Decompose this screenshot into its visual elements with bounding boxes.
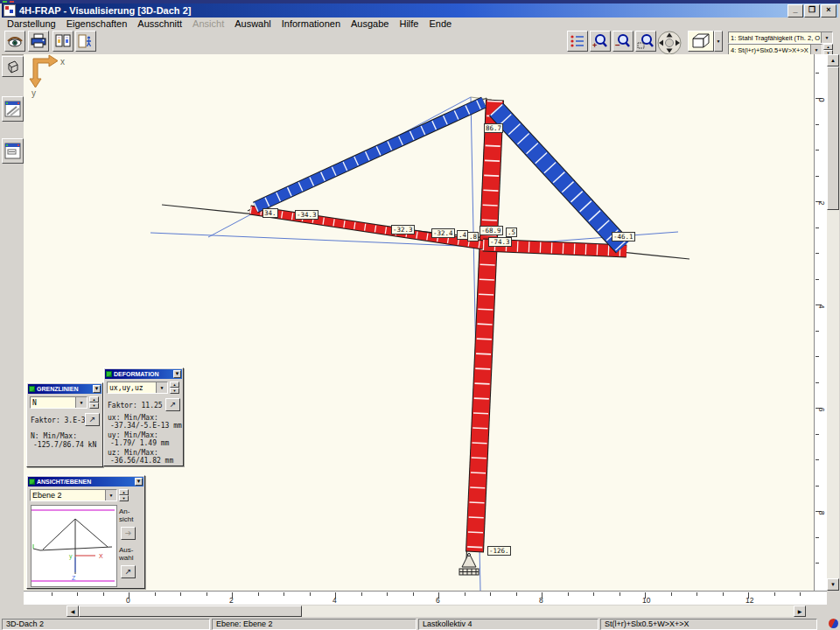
zoom-window-button[interactable] bbox=[635, 31, 656, 52]
menu-item-eigenschaften[interactable]: Eigenschaften bbox=[61, 18, 133, 29]
grenzlinien-spinner[interactable]: ▲ ▼ bbox=[89, 396, 99, 409]
menu-item-ende[interactable]: Ende bbox=[424, 18, 457, 29]
chevron-down-icon[interactable]: ▼ bbox=[105, 490, 116, 500]
spin-up-icon[interactable]: ▲ bbox=[89, 396, 99, 402]
vertical-scroll-thumb[interactable] bbox=[827, 66, 839, 210]
ebene-spinner[interactable]: ▲ ▼ bbox=[119, 489, 129, 501]
chevron-down-icon[interactable]: ▼ bbox=[156, 382, 167, 393]
pan-button[interactable] bbox=[656, 31, 683, 55]
ansicht-ebenen-panel[interactable]: ANSICHT/EBENEN ▼ Ebene 2 ▼ ▲ ▼ X y Z bbox=[26, 475, 145, 589]
zoom-out-button[interactable]: − bbox=[612, 31, 634, 52]
spin-down-icon[interactable]: ▼ bbox=[170, 388, 179, 394]
perspective-button[interactable] bbox=[2, 56, 24, 77]
deformation-title: DEFORMATION bbox=[114, 371, 159, 377]
eye-icon bbox=[6, 33, 24, 49]
ruler-number: 4 bbox=[817, 304, 826, 309]
scroll-right-icon[interactable]: ▶ bbox=[794, 606, 806, 617]
scroll-down-icon[interactable]: ▼ bbox=[827, 578, 839, 591]
print-button[interactable] bbox=[28, 31, 49, 52]
view-cube-dropdown[interactable]: ▼ bbox=[714, 31, 723, 52]
close-button[interactable]: × bbox=[821, 4, 836, 18]
grenzlinien-panel[interactable]: GRENZLINIEN ▼ N ▼ ▲ ▼ Faktor: 3.E-3 ↗ N:… bbox=[26, 382, 103, 467]
wire-cube-icon bbox=[5, 59, 21, 74]
deformation-spinner[interactable]: ▲ ▼ bbox=[170, 382, 179, 394]
zoom-in-button[interactable]: + bbox=[590, 31, 611, 52]
minimize-button[interactable]: _ bbox=[788, 4, 803, 18]
documentation-button[interactable] bbox=[52, 31, 74, 52]
menu-item-hilfe[interactable]: Hilfe bbox=[394, 18, 424, 29]
member-right-diagonal-bar[interactable] bbox=[496, 109, 623, 247]
ruler-tick bbox=[723, 592, 724, 596]
member-left-diagonal-bar[interactable] bbox=[256, 102, 484, 207]
spin-up-icon[interactable]: ▲ bbox=[119, 489, 129, 495]
spin-down-icon[interactable]: ▼ bbox=[89, 402, 99, 409]
ansicht-button[interactable]: ➔ bbox=[121, 527, 136, 540]
ruler-number: 0 bbox=[126, 596, 130, 605]
titlebar[interactable]: 4H-FRAP - Visualisierung [3D-Dach 2] _ ❐… bbox=[2, 4, 838, 18]
deformation-row-label: uz: Min/Max: bbox=[108, 449, 183, 457]
ruler-tick bbox=[77, 592, 78, 596]
menu-item-ausschnitt[interactable]: Ausschnitt bbox=[132, 18, 187, 29]
chevron-down-icon[interactable]: ▼ bbox=[821, 32, 832, 43]
preview-y-label: y bbox=[69, 553, 73, 560]
spin-down-icon[interactable]: ▼ bbox=[119, 495, 129, 501]
status-panel-3: St(l+r)+Slx0.5+W>X+>X bbox=[600, 619, 817, 630]
ruler-tick bbox=[816, 73, 819, 74]
horizontal-scrollbar[interactable]: ◀ ▶ bbox=[66, 606, 806, 617]
ruler-horizontal: 024681012 bbox=[24, 591, 827, 605]
deformation-factor: Faktor: 11.25 bbox=[108, 402, 163, 410]
ebene-combo[interactable]: Ebene 2 ▼ bbox=[30, 489, 117, 501]
value-label: 34. bbox=[262, 208, 278, 218]
ruler-tick bbox=[387, 592, 388, 596]
ansicht-ebenen-titlebar[interactable]: ANSICHT/EBENEN ▼ bbox=[28, 477, 144, 486]
grenzlinien-titlebar[interactable]: GRENZLINIEN ▼ bbox=[28, 384, 102, 394]
menu-item-auswahl[interactable]: Auswahl bbox=[229, 18, 276, 29]
zoom-out-icon: − bbox=[614, 33, 632, 50]
support-symbol bbox=[459, 553, 479, 575]
result-case-combo[interactable]: 1: Stahl Tragfähigkeit (Th. 2, O ▼ bbox=[728, 32, 833, 44]
scroll-left-icon[interactable]: ◀ bbox=[66, 606, 79, 617]
display-eye-button[interactable] bbox=[4, 31, 25, 52]
close-icon[interactable]: ▼ bbox=[173, 370, 181, 378]
apply-factor-button[interactable]: ↗ bbox=[165, 398, 180, 411]
spin-up-icon[interactable]: ▲ bbox=[170, 382, 179, 388]
background-icon bbox=[10, 1, 14, 3]
deformation-titlebar[interactable]: DEFORMATION ▼ bbox=[105, 369, 182, 379]
grenzlinien-minmax-value: -125.7/86.74 kN bbox=[33, 441, 96, 449]
ruler-number: 6 bbox=[436, 596, 440, 605]
close-icon[interactable]: ▼ bbox=[135, 478, 143, 486]
hatch-window-button[interactable] bbox=[2, 96, 24, 122]
chevron-down-icon[interactable]: ▼ bbox=[75, 397, 87, 408]
panel-icon bbox=[29, 386, 35, 392]
book-icon bbox=[54, 33, 72, 49]
scroll-up-icon[interactable]: ▲ bbox=[827, 54, 839, 66]
deformation-combo[interactable]: ux,uy,uz ▼ bbox=[107, 382, 168, 394]
deformation-panel[interactable]: DEFORMATION ▼ ux,uy,uz ▼ ▲ ▼ Faktor: 11.… bbox=[103, 368, 184, 466]
ruler-tick bbox=[816, 176, 819, 177]
exit-door-icon bbox=[77, 33, 94, 49]
deformation-row-label: uy: Min/Max: bbox=[108, 431, 183, 439]
menu-item-darstellung[interactable]: Darstellung bbox=[2, 18, 61, 29]
menu-item-informationen[interactable]: Informationen bbox=[276, 18, 346, 29]
result-options-button[interactable] bbox=[567, 31, 588, 52]
grenzlinien-combo[interactable]: N ▼ bbox=[30, 396, 88, 409]
spin-up-icon[interactable]: ▲ bbox=[823, 44, 833, 50]
maximize-button[interactable]: ❐ bbox=[804, 4, 820, 18]
menu-item-ausgabe[interactable]: Ausgabe bbox=[346, 18, 394, 29]
vertical-scrollbar[interactable]: ▲ ▼ bbox=[827, 54, 839, 591]
auswahl-button[interactable]: ↗ bbox=[121, 565, 136, 578]
value-label: .5 bbox=[506, 228, 517, 237]
apply-factor-button[interactable]: ↗ bbox=[85, 413, 100, 426]
exit-button[interactable] bbox=[75, 31, 96, 52]
member-column-bar[interactable] bbox=[475, 100, 495, 552]
svg-text:−: − bbox=[615, 40, 620, 50]
view-cube-button[interactable] bbox=[688, 31, 714, 52]
menu-item-ansicht: Ansicht bbox=[187, 18, 229, 29]
horizontal-scroll-thumb[interactable] bbox=[79, 606, 302, 617]
ruler-tick bbox=[816, 279, 819, 280]
value-label: -46.1 bbox=[612, 232, 635, 242]
deformation-minmax-list: ux: Min/Max:-37.34/-5.E-13 mmuy: Min/Max… bbox=[108, 414, 183, 466]
close-icon[interactable]: ▼ bbox=[93, 385, 101, 393]
values-window-button[interactable] bbox=[2, 138, 24, 164]
ruler-number: 4 bbox=[332, 596, 337, 605]
